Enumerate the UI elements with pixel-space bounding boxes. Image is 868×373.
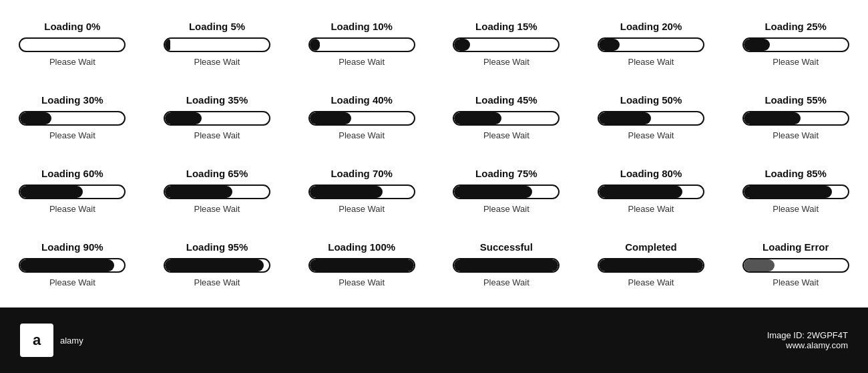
- progress-bar-container: [19, 258, 126, 273]
- progress-bar-fill: [454, 259, 558, 271]
- progress-bar-container: [19, 37, 126, 52]
- loading-title: Loading 100%: [328, 241, 395, 253]
- image-info: Image ID: 2WGPF4T www.alamy.com: [767, 330, 848, 350]
- progress-bar-container: [164, 37, 270, 52]
- loading-title: Loading 60%: [41, 168, 103, 179]
- loading-item: Loading 50%Please Wait: [579, 80, 724, 154]
- please-wait-text: Please Wait: [339, 57, 385, 67]
- loading-title: Loading 75%: [475, 168, 537, 179]
- progress-bar-fill: [744, 186, 833, 198]
- loading-title: Loading 25%: [765, 21, 827, 32]
- please-wait-text: Please Wait: [773, 57, 819, 67]
- loading-item: Loading 30%Please Wait: [0, 80, 145, 154]
- progress-bar-fill: [165, 186, 232, 198]
- please-wait-text: Please Wait: [628, 57, 674, 67]
- loading-item: Loading 25%Please Wait: [723, 7, 868, 80]
- please-wait-text: Please Wait: [483, 130, 529, 140]
- please-wait-text: Please Wait: [773, 130, 819, 140]
- bottom-bar: a alamy Image ID: 2WGPF4T www.alamy.com: [0, 307, 868, 373]
- loading-title: Successful: [480, 241, 533, 253]
- progress-bar-fill: [310, 112, 351, 124]
- progress-bar-fill: [599, 186, 682, 198]
- loading-item: Loading 35%Please Wait: [145, 80, 290, 154]
- progress-bar-fill: [744, 112, 801, 124]
- loading-item: Loading 80%Please Wait: [579, 154, 724, 227]
- loading-title: Loading 20%: [620, 21, 682, 32]
- loading-title: Loading 35%: [186, 94, 248, 106]
- loading-title: Loading 70%: [331, 168, 393, 179]
- progress-bar-fill: [165, 39, 170, 51]
- loading-item: Loading 20%Please Wait: [579, 7, 724, 80]
- loading-item: Loading 45%Please Wait: [434, 80, 579, 154]
- loading-title: Loading 85%: [765, 168, 827, 179]
- please-wait-text: Please Wait: [339, 277, 385, 287]
- progress-bar-container: [19, 111, 126, 126]
- loading-title: Loading 50%: [620, 94, 682, 106]
- progress-bar-fill: [454, 112, 501, 124]
- progress-bar-fill: [165, 259, 264, 271]
- loading-item: Loading ErrorPlease Wait: [723, 227, 868, 301]
- please-wait-text: Please Wait: [194, 204, 240, 214]
- progress-bar-container: [742, 184, 849, 199]
- loading-title: Loading 95%: [186, 241, 248, 253]
- alamy-logo: a alamy: [20, 324, 83, 357]
- please-wait-text: Please Wait: [49, 277, 95, 287]
- please-wait-text: Please Wait: [49, 130, 95, 140]
- loading-title: Loading Error: [763, 241, 829, 253]
- loading-title: Completed: [625, 241, 677, 253]
- loading-grid: Loading 0%Please WaitLoading 5%Please Wa…: [0, 0, 868, 307]
- loading-item: Loading 10%Please Wait: [289, 7, 434, 80]
- progress-bar-fill: [599, 112, 651, 124]
- progress-bar-container: [164, 258, 270, 273]
- progress-bar-container: [308, 258, 415, 273]
- please-wait-text: Please Wait: [628, 277, 674, 287]
- loading-title: Loading 55%: [765, 94, 827, 106]
- loading-item: Loading 40%Please Wait: [289, 80, 434, 154]
- loading-item: Loading 5%Please Wait: [145, 7, 290, 80]
- loading-item: CompletedPlease Wait: [579, 227, 724, 301]
- please-wait-text: Please Wait: [483, 204, 529, 214]
- progress-bar-fill: [310, 39, 320, 51]
- loading-title: Loading 30%: [41, 94, 103, 106]
- progress-bar-fill: [310, 186, 383, 198]
- progress-bar-fill: [744, 39, 770, 51]
- loading-item: SuccessfulPlease Wait: [434, 227, 579, 301]
- loading-item: Loading 85%Please Wait: [723, 154, 868, 227]
- progress-bar-container: [453, 184, 560, 199]
- progress-bar-container: [308, 184, 415, 199]
- loading-item: Loading 55%Please Wait: [723, 80, 868, 154]
- progress-bar-container: [598, 258, 704, 273]
- progress-bar-fill: [310, 259, 414, 271]
- please-wait-text: Please Wait: [339, 204, 385, 214]
- loading-title: Loading 0%: [44, 21, 100, 32]
- please-wait-text: Please Wait: [628, 130, 674, 140]
- progress-bar-container: [19, 184, 126, 199]
- image-id-text: Image ID: 2WGPF4T: [767, 330, 848, 340]
- loading-item: Loading 15%Please Wait: [434, 7, 579, 80]
- progress-bar-container: [742, 258, 849, 273]
- please-wait-text: Please Wait: [773, 277, 819, 287]
- please-wait-text: Please Wait: [628, 204, 674, 214]
- loading-title: Loading 65%: [186, 168, 248, 179]
- progress-bar-container: [164, 184, 270, 199]
- progress-bar-container: [164, 111, 270, 126]
- please-wait-text: Please Wait: [194, 130, 240, 140]
- loading-item: Loading 100%Please Wait: [289, 227, 434, 301]
- loading-title: Loading 45%: [475, 94, 537, 106]
- loading-item: Loading 60%Please Wait: [0, 154, 145, 227]
- progress-bar-fill: [20, 186, 83, 198]
- progress-bar-fill: [454, 39, 469, 51]
- progress-bar-container: [453, 258, 560, 273]
- progress-bar-fill: [165, 112, 202, 124]
- loading-title: Loading 15%: [475, 21, 537, 32]
- please-wait-text: Please Wait: [194, 277, 240, 287]
- progress-bar-container: [453, 37, 560, 52]
- loading-item: Loading 0%Please Wait: [0, 7, 145, 80]
- progress-bar-container: [453, 111, 560, 126]
- loading-title: Loading 10%: [331, 21, 393, 32]
- please-wait-text: Please Wait: [339, 130, 385, 140]
- loading-title: Loading 80%: [620, 168, 682, 179]
- alamy-name: alamy: [60, 336, 83, 346]
- please-wait-text: Please Wait: [194, 57, 240, 67]
- progress-bar-fill: [20, 259, 114, 271]
